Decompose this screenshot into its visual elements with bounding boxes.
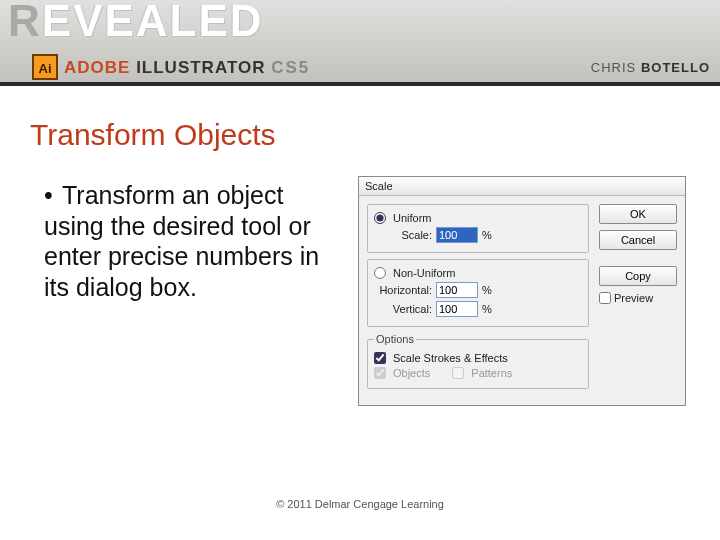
options-group: Options Scale Strokes & Effects Objects … (367, 333, 589, 389)
product-word: ILLUSTRATOR (130, 58, 271, 77)
cancel-button[interactable]: Cancel (599, 230, 677, 250)
product-label: ADOBE ILLUSTRATOR CS5 (64, 58, 310, 78)
options-legend: Options (374, 333, 416, 345)
patterns-checkbox (452, 367, 464, 379)
scale-dialog: Scale Uniform Scale: % Non-Uniform (358, 176, 686, 406)
uniform-scale-row: Scale: % (374, 227, 582, 243)
copy-button[interactable]: Copy (599, 266, 677, 286)
dialog-right-column: OK Cancel Copy Preview (599, 204, 677, 395)
illustrator-app-icon: Ai (32, 54, 58, 80)
preview-checkbox[interactable] (599, 292, 611, 304)
nonuniform-group: Non-Uniform Horizontal: % Vertical: % (367, 259, 589, 327)
nonuniform-radio-label: Non-Uniform (393, 267, 455, 279)
bullet-text: •Transform an object using the desired t… (44, 180, 344, 302)
author-first: CHRIS (591, 60, 641, 75)
objects-checkbox (374, 367, 386, 379)
revealed-r: R (8, 0, 42, 45)
uniform-radio[interactable] (374, 212, 386, 224)
revealed-rest: EVEALED (42, 0, 264, 45)
ok-button[interactable]: OK (599, 204, 677, 224)
dialog-left-column: Uniform Scale: % Non-Uniform Horizontal: (367, 204, 589, 395)
author-last: BOTELLO (641, 60, 710, 75)
uniform-radio-row: Uniform (374, 212, 582, 224)
scale-unit: % (482, 229, 496, 241)
strokes-row: Scale Strokes & Effects (374, 352, 582, 364)
adobe-word: ADOBE (64, 58, 130, 77)
objects-label: Objects (393, 367, 430, 379)
horizontal-row: Horizontal: % (374, 282, 582, 298)
scale-strokes-checkbox[interactable] (374, 352, 386, 364)
book-banner: REVEALED Ai ADOBE ILLUSTRATOR CS5 CHRIS … (0, 0, 720, 86)
preview-row: Preview (599, 292, 677, 304)
dialog-titlebar: Scale (358, 176, 686, 196)
nonuniform-radio[interactable] (374, 267, 386, 279)
objects-patterns-row: Objects Patterns (374, 367, 582, 379)
scale-label: Scale: (374, 229, 432, 241)
slide-title: Transform Objects (30, 118, 276, 152)
bullet-content: Transform an object using the desired to… (44, 181, 319, 301)
uniform-radio-label: Uniform (393, 212, 432, 224)
vertical-unit: % (482, 303, 496, 315)
bullet-marker: • (44, 180, 62, 211)
revealed-wordmark: REVEALED (8, 0, 264, 46)
horizontal-unit: % (482, 284, 496, 296)
copyright-footer: © 2011 Delmar Cengage Learning (0, 498, 720, 510)
author-label: CHRIS BOTELLO (591, 60, 710, 75)
version-word: CS5 (271, 58, 310, 77)
horizontal-input[interactable] (436, 282, 478, 298)
horizontal-label: Horizontal: (374, 284, 432, 296)
vertical-label: Vertical: (374, 303, 432, 315)
uniform-group: Uniform Scale: % (367, 204, 589, 253)
preview-label: Preview (614, 292, 653, 304)
scale-input[interactable] (436, 227, 478, 243)
nonuniform-radio-row: Non-Uniform (374, 267, 582, 279)
vertical-row: Vertical: % (374, 301, 582, 317)
dialog-body: Uniform Scale: % Non-Uniform Horizontal: (358, 196, 686, 406)
patterns-label: Patterns (471, 367, 512, 379)
scale-strokes-label: Scale Strokes & Effects (393, 352, 508, 364)
vertical-input[interactable] (436, 301, 478, 317)
